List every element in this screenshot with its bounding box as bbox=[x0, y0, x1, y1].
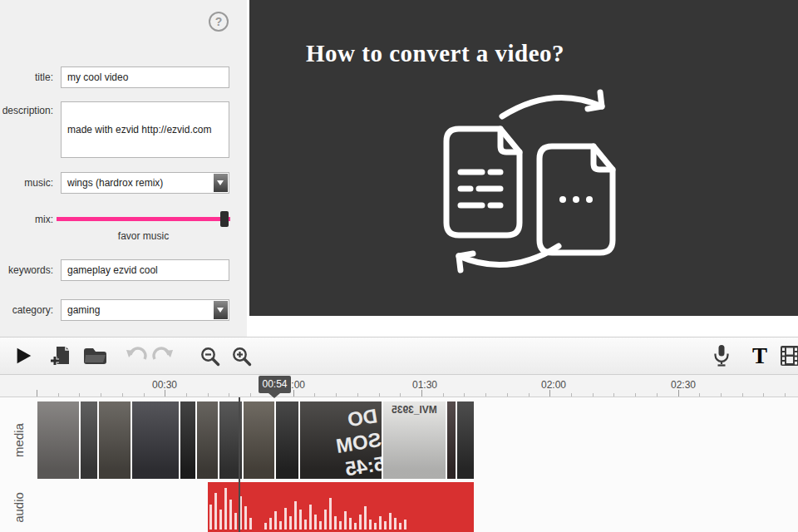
undo-button[interactable] bbox=[121, 341, 151, 371]
clip-caption: DO SOM 5:45 bbox=[300, 404, 382, 479]
waveform-bar bbox=[364, 506, 367, 530]
waveform-bar bbox=[334, 516, 337, 530]
ruler-tick bbox=[357, 393, 358, 397]
chevron-down-icon[interactable] bbox=[214, 301, 228, 319]
title-label: title: bbox=[0, 66, 53, 88]
mix-label: mix: bbox=[0, 209, 53, 230]
ruler-tick bbox=[144, 393, 145, 397]
media-clip[interactable] bbox=[81, 401, 97, 479]
add-clip-button[interactable] bbox=[45, 341, 75, 371]
media-clip[interactable] bbox=[99, 401, 131, 479]
ruler-tick bbox=[229, 393, 229, 397]
ruler-tick bbox=[657, 393, 658, 397]
clip-caption: MVI_3935 bbox=[383, 404, 446, 416]
ruler-tick bbox=[485, 393, 486, 397]
ruler-tick bbox=[314, 393, 315, 397]
mix-slider-handle[interactable] bbox=[220, 211, 229, 227]
playhead-pointer-icon bbox=[268, 393, 280, 398]
ruler-tick bbox=[529, 393, 530, 397]
media-clip[interactable] bbox=[197, 401, 218, 479]
ruler-tick bbox=[742, 393, 743, 397]
ruler-tick bbox=[699, 393, 700, 397]
media-clip[interactable] bbox=[180, 401, 195, 479]
zoom-out-button[interactable] bbox=[195, 341, 224, 371]
ruler-tick bbox=[336, 393, 337, 397]
undo-icon bbox=[126, 347, 147, 365]
ruler-tick bbox=[165, 390, 165, 397]
chevron-down-icon[interactable] bbox=[214, 174, 228, 192]
zoom-in-button[interactable] bbox=[226, 341, 256, 371]
timeline-tracks: media audio DO SOM 5:45MVI_3935 bbox=[0, 397, 798, 532]
music-select[interactable]: wings (hardrox remix) bbox=[61, 172, 229, 194]
ruler-tick bbox=[250, 393, 251, 397]
audio-clip[interactable] bbox=[208, 482, 474, 532]
ruler-tick bbox=[571, 393, 572, 397]
ruler-tick bbox=[507, 393, 508, 397]
waveform-bar bbox=[344, 511, 347, 530]
ruler-tick bbox=[58, 393, 59, 397]
waveform-bar bbox=[309, 505, 312, 530]
waveform-bar bbox=[384, 521, 387, 530]
add-text-button[interactable]: T bbox=[745, 341, 775, 371]
microphone-icon bbox=[712, 344, 731, 367]
waveform-bar bbox=[264, 523, 267, 530]
ruler-tick bbox=[593, 393, 594, 397]
media-clip[interactable] bbox=[244, 401, 274, 479]
media-clip[interactable] bbox=[132, 401, 179, 479]
waveform-bar bbox=[394, 518, 397, 530]
ruler-tick bbox=[101, 393, 101, 397]
preview-panel: How to convert a video? bbox=[249, 0, 798, 316]
waveform-bar bbox=[269, 518, 272, 530]
record-voice-button[interactable] bbox=[707, 341, 736, 371]
media-clip[interactable] bbox=[37, 401, 79, 479]
mix-slider-track[interactable] bbox=[57, 217, 230, 221]
waveform-bar bbox=[399, 523, 401, 530]
waveform-bar bbox=[329, 498, 332, 530]
waveform-bar bbox=[234, 513, 237, 530]
waveform-bar bbox=[304, 520, 307, 530]
waveform-bar bbox=[219, 510, 222, 530]
preview-title: How to convert a video? bbox=[306, 40, 564, 67]
audio-track bbox=[0, 482, 798, 532]
waveform-bar bbox=[354, 523, 357, 530]
redo-button[interactable] bbox=[148, 341, 178, 371]
text-tool-icon: T bbox=[752, 343, 767, 369]
settings-panel: ? title: description: made with ezvid ht… bbox=[0, 0, 247, 337]
media-clip[interactable] bbox=[276, 401, 298, 479]
toolbar: T bbox=[0, 337, 798, 375]
timeline-ruler[interactable]: 00:3001:0001:3002:0002:30 00:54 bbox=[0, 375, 798, 397]
media-clip[interactable]: MVI_3935 bbox=[383, 401, 446, 479]
category-select[interactable]: gaming bbox=[61, 299, 229, 321]
mix-hint-text: favor music bbox=[57, 230, 230, 242]
ruler-tick bbox=[79, 393, 80, 397]
waveform-bar bbox=[224, 488, 227, 530]
waveform-bar bbox=[294, 501, 297, 530]
waveform-bar bbox=[214, 493, 217, 530]
media-clip[interactable]: DO SOM 5:45 bbox=[300, 401, 382, 479]
waveform-bar bbox=[339, 521, 342, 530]
play-button[interactable] bbox=[8, 341, 38, 371]
folder-icon bbox=[82, 346, 107, 366]
media-track: DO SOM 5:45MVI_3935 bbox=[37, 401, 474, 479]
waveform-bar bbox=[279, 521, 282, 530]
help-button[interactable]: ? bbox=[209, 12, 229, 32]
category-label: category: bbox=[0, 299, 53, 321]
media-track-label: media bbox=[0, 397, 37, 482]
media-clip[interactable] bbox=[447, 401, 456, 479]
keywords-input[interactable] bbox=[61, 259, 229, 281]
title-input[interactable] bbox=[61, 66, 229, 88]
waveform-bar bbox=[359, 515, 362, 530]
open-folder-button[interactable] bbox=[80, 341, 110, 371]
waveform-bar bbox=[249, 518, 252, 530]
redo-icon bbox=[152, 347, 174, 365]
waveform-bar bbox=[389, 513, 392, 530]
add-file-icon bbox=[49, 345, 71, 367]
music-select-value: wings (hardrox remix) bbox=[67, 177, 163, 189]
playhead-line[interactable] bbox=[239, 397, 240, 532]
ruler-tick bbox=[721, 393, 722, 397]
ruler-time-label: 02:00 bbox=[541, 379, 566, 391]
media-clip[interactable] bbox=[457, 401, 474, 479]
film-strip-icon bbox=[780, 345, 798, 367]
description-input[interactable]: made with ezvid http://ezvid.com bbox=[61, 101, 229, 158]
film-tool-button[interactable] bbox=[775, 341, 798, 371]
